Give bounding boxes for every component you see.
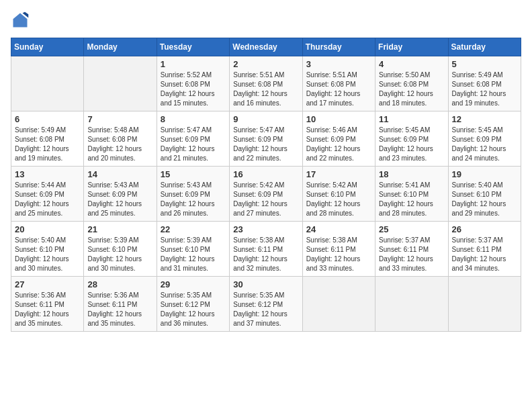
day-info: Sunrise: 5:49 AM Sunset: 6:08 PM Dayligh… <box>452 71 517 108</box>
calendar-cell: 5Sunrise: 5:49 AM Sunset: 6:08 PM Daylig… <box>448 56 521 111</box>
day-info: Sunrise: 5:42 AM Sunset: 6:10 PM Dayligh… <box>306 181 371 218</box>
calendar-cell <box>375 277 448 332</box>
column-header-friday: Friday <box>375 38 448 56</box>
calendar-cell: 14Sunrise: 5:43 AM Sunset: 6:09 PM Dayli… <box>84 167 157 222</box>
day-number: 4 <box>379 59 444 69</box>
day-number: 13 <box>15 169 80 179</box>
day-number: 5 <box>452 59 517 69</box>
day-number: 10 <box>306 114 371 124</box>
calendar-cell <box>84 56 157 111</box>
calendar-cell: 12Sunrise: 5:45 AM Sunset: 6:09 PM Dayli… <box>448 111 521 167</box>
calendar-cell: 27Sunrise: 5:36 AM Sunset: 6:11 PM Dayli… <box>11 277 84 332</box>
day-info: Sunrise: 5:45 AM Sunset: 6:09 PM Dayligh… <box>452 126 517 163</box>
day-info: Sunrise: 5:36 AM Sunset: 6:11 PM Dayligh… <box>87 291 152 328</box>
column-header-monday: Monday <box>84 38 157 56</box>
calendar-cell: 10Sunrise: 5:46 AM Sunset: 6:09 PM Dayli… <box>302 111 375 167</box>
day-info: Sunrise: 5:39 AM Sunset: 6:10 PM Dayligh… <box>161 236 226 273</box>
day-info: Sunrise: 5:44 AM Sunset: 6:09 PM Dayligh… <box>15 181 80 218</box>
day-info: Sunrise: 5:48 AM Sunset: 6:08 PM Dayligh… <box>87 126 152 163</box>
day-number: 25 <box>379 224 444 234</box>
calendar-cell: 19Sunrise: 5:40 AM Sunset: 6:10 PM Dayli… <box>448 167 521 222</box>
calendar-cell: 25Sunrise: 5:37 AM Sunset: 6:11 PM Dayli… <box>375 222 448 277</box>
calendar-cell: 11Sunrise: 5:45 AM Sunset: 6:09 PM Dayli… <box>375 111 448 167</box>
day-number: 14 <box>87 169 152 179</box>
calendar-cell: 2Sunrise: 5:51 AM Sunset: 6:08 PM Daylig… <box>230 56 302 111</box>
day-number: 19 <box>452 169 517 179</box>
day-info: Sunrise: 5:42 AM Sunset: 6:09 PM Dayligh… <box>233 181 298 218</box>
day-info: Sunrise: 5:46 AM Sunset: 6:09 PM Dayligh… <box>306 126 371 163</box>
calendar-week-4: 20Sunrise: 5:40 AM Sunset: 6:10 PM Dayli… <box>11 222 521 277</box>
calendar-cell: 20Sunrise: 5:40 AM Sunset: 6:10 PM Dayli… <box>11 222 84 277</box>
day-info: Sunrise: 5:43 AM Sunset: 6:09 PM Dayligh… <box>161 181 226 218</box>
day-number: 6 <box>15 114 80 124</box>
day-info: Sunrise: 5:37 AM Sunset: 6:11 PM Dayligh… <box>379 236 444 273</box>
day-number: 27 <box>15 279 80 289</box>
calendar-week-5: 27Sunrise: 5:36 AM Sunset: 6:11 PM Dayli… <box>11 277 521 332</box>
day-number: 28 <box>87 279 152 289</box>
day-info: Sunrise: 5:36 AM Sunset: 6:11 PM Dayligh… <box>15 291 80 328</box>
day-info: Sunrise: 5:51 AM Sunset: 6:08 PM Dayligh… <box>233 71 298 108</box>
day-number: 11 <box>379 114 444 124</box>
calendar-cell <box>11 56 84 111</box>
day-number: 2 <box>233 59 298 69</box>
calendar-cell: 23Sunrise: 5:38 AM Sunset: 6:11 PM Dayli… <box>230 222 302 277</box>
calendar-cell <box>448 277 521 332</box>
day-number: 23 <box>233 224 298 234</box>
header-row: SundayMondayTuesdayWednesdayThursdayFrid… <box>11 38 521 56</box>
day-info: Sunrise: 5:50 AM Sunset: 6:08 PM Dayligh… <box>379 71 444 108</box>
calendar-cell: 18Sunrise: 5:41 AM Sunset: 6:10 PM Dayli… <box>375 167 448 222</box>
calendar-cell: 24Sunrise: 5:38 AM Sunset: 6:11 PM Dayli… <box>302 222 375 277</box>
column-header-saturday: Saturday <box>448 38 521 56</box>
day-number: 26 <box>452 224 517 234</box>
calendar-cell: 16Sunrise: 5:42 AM Sunset: 6:09 PM Dayli… <box>230 167 302 222</box>
calendar-cell: 13Sunrise: 5:44 AM Sunset: 6:09 PM Dayli… <box>11 167 84 222</box>
day-info: Sunrise: 5:51 AM Sunset: 6:08 PM Dayligh… <box>306 71 371 108</box>
column-header-wednesday: Wednesday <box>230 38 302 56</box>
day-info: Sunrise: 5:49 AM Sunset: 6:08 PM Dayligh… <box>15 126 80 163</box>
calendar-cell: 7Sunrise: 5:48 AM Sunset: 6:08 PM Daylig… <box>84 111 157 167</box>
day-number: 1 <box>161 59 226 69</box>
day-info: Sunrise: 5:35 AM Sunset: 6:12 PM Dayligh… <box>161 291 226 328</box>
calendar-header: SundayMondayTuesdayWednesdayThursdayFrid… <box>11 38 521 56</box>
calendar-cell: 28Sunrise: 5:36 AM Sunset: 6:11 PM Dayli… <box>84 277 157 332</box>
day-number: 20 <box>15 224 80 234</box>
day-number: 16 <box>233 169 298 179</box>
calendar-cell: 17Sunrise: 5:42 AM Sunset: 6:10 PM Dayli… <box>302 167 375 222</box>
column-header-tuesday: Tuesday <box>157 38 229 56</box>
calendar-cell: 26Sunrise: 5:37 AM Sunset: 6:11 PM Dayli… <box>448 222 521 277</box>
day-info: Sunrise: 5:40 AM Sunset: 6:10 PM Dayligh… <box>452 181 517 218</box>
day-number: 12 <box>452 114 517 124</box>
day-info: Sunrise: 5:38 AM Sunset: 6:11 PM Dayligh… <box>233 236 298 273</box>
day-number: 22 <box>161 224 226 234</box>
day-info: Sunrise: 5:41 AM Sunset: 6:10 PM Dayligh… <box>379 181 444 218</box>
calendar-cell: 30Sunrise: 5:35 AM Sunset: 6:12 PM Dayli… <box>230 277 302 332</box>
calendar-cell: 8Sunrise: 5:47 AM Sunset: 6:09 PM Daylig… <box>157 111 229 167</box>
day-number: 17 <box>306 169 371 179</box>
calendar-week-1: 1Sunrise: 5:52 AM Sunset: 6:08 PM Daylig… <box>11 56 521 111</box>
day-number: 29 <box>161 279 226 289</box>
calendar-cell: 29Sunrise: 5:35 AM Sunset: 6:12 PM Dayli… <box>157 277 229 332</box>
calendar-cell: 4Sunrise: 5:50 AM Sunset: 6:08 PM Daylig… <box>375 56 448 111</box>
day-info: Sunrise: 5:45 AM Sunset: 6:09 PM Dayligh… <box>379 126 444 163</box>
calendar-week-3: 13Sunrise: 5:44 AM Sunset: 6:09 PM Dayli… <box>11 167 521 222</box>
calendar-cell <box>302 277 375 332</box>
day-info: Sunrise: 5:47 AM Sunset: 6:09 PM Dayligh… <box>161 126 226 163</box>
day-info: Sunrise: 5:43 AM Sunset: 6:09 PM Dayligh… <box>87 181 152 218</box>
column-header-thursday: Thursday <box>302 38 375 56</box>
day-number: 30 <box>233 279 298 289</box>
calendar-cell: 22Sunrise: 5:39 AM Sunset: 6:10 PM Dayli… <box>157 222 229 277</box>
column-header-sunday: Sunday <box>11 38 84 56</box>
day-info: Sunrise: 5:47 AM Sunset: 6:09 PM Dayligh… <box>233 126 298 163</box>
calendar-cell: 15Sunrise: 5:43 AM Sunset: 6:09 PM Dayli… <box>157 167 229 222</box>
day-number: 24 <box>306 224 371 234</box>
calendar-cell: 21Sunrise: 5:39 AM Sunset: 6:10 PM Dayli… <box>84 222 157 277</box>
day-number: 8 <box>161 114 226 124</box>
day-number: 9 <box>233 114 298 124</box>
calendar-body: 1Sunrise: 5:52 AM Sunset: 6:08 PM Daylig… <box>11 56 521 332</box>
calendar-table: SundayMondayTuesdayWednesdayThursdayFrid… <box>11 38 521 332</box>
day-info: Sunrise: 5:40 AM Sunset: 6:10 PM Dayligh… <box>15 236 80 273</box>
day-info: Sunrise: 5:39 AM Sunset: 6:10 PM Dayligh… <box>87 236 152 273</box>
calendar-cell: 3Sunrise: 5:51 AM Sunset: 6:08 PM Daylig… <box>302 56 375 111</box>
day-number: 18 <box>379 169 444 179</box>
day-info: Sunrise: 5:52 AM Sunset: 6:08 PM Dayligh… <box>161 71 226 108</box>
